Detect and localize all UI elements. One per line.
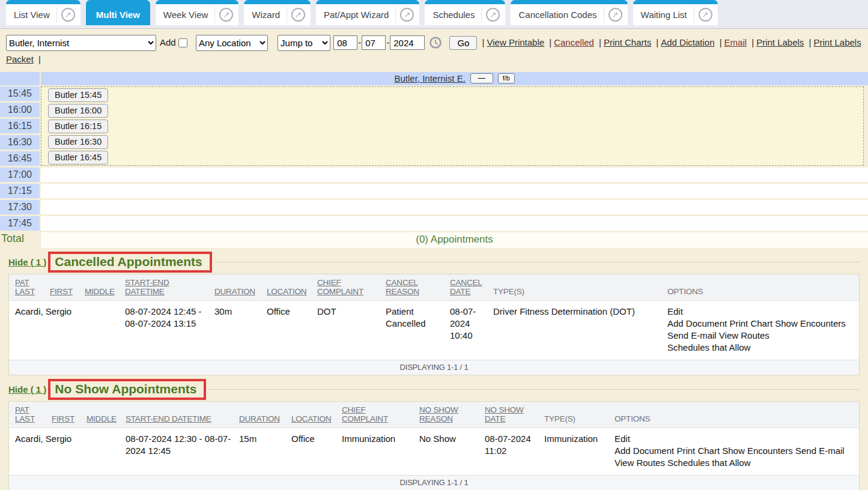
cancelled-table-header: PAT LAST FIRST MIDDLE START-END DATETIME… [9,274,859,301]
external-link-icon[interactable]: ↗ [400,8,414,22]
col-types: TYPE(S) [544,414,615,423]
tab-divider [56,7,57,23]
section-divider [214,262,860,262]
tab-wizard[interactable]: Wizard ↗ [244,0,311,25]
external-link-icon[interactable]: ↗ [486,8,500,22]
hide-cancelled-link[interactable]: Hide ( 1 ) [8,257,46,267]
col-duration[interactable]: DURATION [214,287,267,296]
link-cancelled[interactable]: Cancelled [554,37,594,47]
col-first[interactable]: FIRST [50,287,85,296]
external-link-icon[interactable]: ↗ [699,8,712,22]
time-label: 17:15 [0,184,40,198]
link-separator: | [656,37,658,47]
col-first[interactable]: FIRST [52,414,86,423]
tab-divider [214,7,215,23]
cell-no-show-reason: No Show [419,433,485,469]
open-slots-area[interactable]: Butler 15:45 Butler 16:00 Butler 16:15 B… [41,86,864,166]
tab-pat-appt-wizard[interactable]: Pat/Appt Wizard ↗ [316,0,419,25]
tab-multi-view[interactable]: Multi View [86,0,150,25]
col-pat-last[interactable]: PAT LAST [15,405,52,423]
add-checkbox[interactable] [178,38,187,47]
collapse-column-button[interactable]: — [470,73,493,83]
fb-button[interactable]: f/b [498,73,515,83]
tab-cancellation-codes[interactable]: Cancellation Codes ↗ [511,0,627,25]
date-month-input[interactable] [333,35,357,50]
link-separator: | [549,37,551,47]
jump-to-select[interactable]: Jump to [278,35,330,51]
tab-schedules[interactable]: Schedules ↗ [425,0,505,25]
date-year-input[interactable] [390,35,425,50]
external-link-icon[interactable]: ↗ [61,8,75,22]
cancelled-section-title: Cancelled Appointments [55,255,202,268]
option-actions[interactable]: Add Document Print Chart Show Encounters… [667,318,853,342]
slot-button[interactable]: Butler 16:45 [48,151,108,165]
cell-datetime: 08-07-2024 12:30 - 08-07-2024 12:45 [126,433,239,469]
col-pat-last[interactable]: PAT LAST [15,278,50,296]
closed-slot-row [41,200,868,214]
provider-select[interactable]: Butler, Internist [6,35,156,51]
cell-patient-name[interactable]: Acardi, Sergio [15,433,126,469]
cell-patient-name[interactable]: Acardi, Sergio [15,306,125,354]
date-separator: - [358,37,361,47]
cell-options: Edit Add Document Print Chart Show Encou… [615,433,859,469]
slot-button[interactable]: Butler 16:30 [48,135,108,149]
date-day-input[interactable] [362,35,386,50]
no-show-displaying-bar: DISPLAYING 1-1 / 1 [9,475,859,490]
provider-column-link[interactable]: Butler, Internist E. [394,73,465,83]
col-options: OPTIONS [667,287,859,296]
go-button[interactable]: Go [449,36,477,50]
hide-no-show-link[interactable]: Hide ( 1 ) [8,384,46,395]
date-separator: - [386,37,389,47]
cell-duration: 15m [239,433,291,469]
tab-list-view[interactable]: List View ↗ [6,0,80,25]
slot-button[interactable]: Butler 15:45 [48,88,108,102]
col-start-end[interactable]: START-END DATETIME [126,414,239,423]
time-label: 16:00 [0,103,40,117]
time-column: 15:45 16:00 16:15 16:30 16:45 17:00 17:1… [0,86,40,232]
slot-button[interactable]: Butler 16:15 [48,119,108,133]
external-link-icon[interactable]: ↗ [291,8,305,22]
slot-button[interactable]: Butler 16:00 [48,104,108,118]
location-select[interactable]: Any Location [196,35,268,51]
link-view-printable[interactable]: View Printable [487,37,544,47]
cell-datetime: 08-07-2024 12:45 - 08-07-2024 13:15 [125,306,214,354]
col-chief-complaint[interactable]: CHIEF COMPLAINT [342,405,419,423]
col-middle[interactable]: MIDDLE [85,287,125,296]
col-location[interactable]: LOCATION [291,414,342,423]
no-show-table-header: PAT LAST FIRST MIDDLE START-END DATETIME… [9,402,859,428]
option-schedules-that-allow[interactable]: Schedules that Allow [667,342,853,354]
cell-location: Office [291,433,342,469]
clock-icon[interactable] [429,36,442,49]
col-duration[interactable]: DURATION [239,414,291,423]
col-start-end[interactable]: START-END DATETIME [125,278,214,296]
tab-waiting-list[interactable]: Waiting List ↗ [633,0,718,25]
tab-week-view[interactable]: Week View ↗ [156,0,238,25]
col-cancel-reason[interactable]: CANCEL REASON [386,278,450,296]
cell-location: Office [267,306,317,354]
col-location[interactable]: LOCATION [267,287,317,296]
tab-bar: List View ↗ Multi View Week View ↗ Wizar… [0,0,868,29]
col-chief-complaint[interactable]: CHIEF COMPLAINT [317,278,386,296]
link-separator: | [38,54,41,64]
cell-duration: 30m [214,306,267,354]
col-middle[interactable]: MIDDLE [86,414,126,423]
col-cancel-date[interactable]: CANCEL DATE [450,278,493,296]
col-no-show-date[interactable]: NO SHOW DATE [485,405,544,423]
toolbar: Butler, Internist Add Any Location Jump … [0,29,868,70]
tab-divider [481,7,482,23]
link-separator: | [720,37,722,47]
option-actions[interactable]: Add Document Print Chart Show Encounters… [615,445,853,469]
option-edit[interactable]: Edit [615,433,853,445]
time-label: 16:30 [0,135,40,150]
link-email[interactable]: Email [724,37,747,47]
external-link-icon[interactable]: ↗ [609,8,622,22]
option-edit[interactable]: Edit [667,306,853,318]
link-print-labels[interactable]: Print Labels [756,37,804,47]
col-types: TYPE(S) [493,287,667,296]
link-print-charts[interactable]: Print Charts [604,37,651,47]
external-link-icon[interactable]: ↗ [219,8,233,22]
col-no-show-reason[interactable]: NO SHOW REASON [419,405,485,423]
cell-options: Edit Add Document Print Chart Show Encou… [667,306,859,354]
total-appointments: (0) Appointments [41,234,868,246]
link-add-dictation[interactable]: Add Dictation [661,37,714,47]
